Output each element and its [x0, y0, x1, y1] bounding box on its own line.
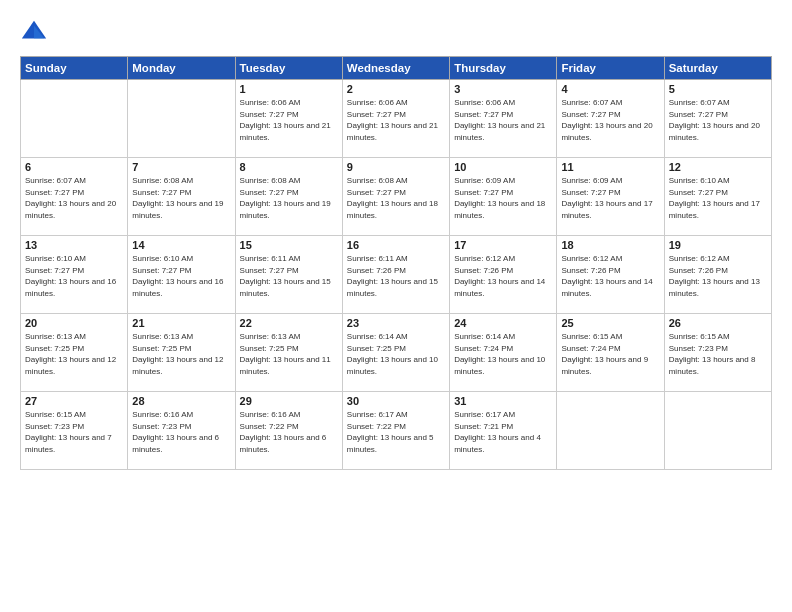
header-row: SundayMondayTuesdayWednesdayThursdayFrid… [21, 57, 772, 80]
day-info: Sunrise: 6:08 AM Sunset: 7:27 PM Dayligh… [347, 175, 445, 221]
day-info: Sunrise: 6:16 AM Sunset: 7:22 PM Dayligh… [240, 409, 338, 455]
calendar-cell: 20Sunrise: 6:13 AM Sunset: 7:25 PM Dayli… [21, 314, 128, 392]
calendar-cell: 19Sunrise: 6:12 AM Sunset: 7:26 PM Dayli… [664, 236, 771, 314]
page-header [20, 18, 772, 46]
week-row-1: 6Sunrise: 6:07 AM Sunset: 7:27 PM Daylig… [21, 158, 772, 236]
week-row-4: 27Sunrise: 6:15 AM Sunset: 7:23 PM Dayli… [21, 392, 772, 470]
calendar-cell: 3Sunrise: 6:06 AM Sunset: 7:27 PM Daylig… [450, 80, 557, 158]
calendar-cell: 16Sunrise: 6:11 AM Sunset: 7:26 PM Dayli… [342, 236, 449, 314]
calendar-cell: 11Sunrise: 6:09 AM Sunset: 7:27 PM Dayli… [557, 158, 664, 236]
day-info: Sunrise: 6:06 AM Sunset: 7:27 PM Dayligh… [454, 97, 552, 143]
week-row-3: 20Sunrise: 6:13 AM Sunset: 7:25 PM Dayli… [21, 314, 772, 392]
day-number: 28 [132, 395, 230, 407]
calendar-cell: 26Sunrise: 6:15 AM Sunset: 7:23 PM Dayli… [664, 314, 771, 392]
calendar-cell: 10Sunrise: 6:09 AM Sunset: 7:27 PM Dayli… [450, 158, 557, 236]
day-info: Sunrise: 6:13 AM Sunset: 7:25 PM Dayligh… [132, 331, 230, 377]
calendar-cell: 30Sunrise: 6:17 AM Sunset: 7:22 PM Dayli… [342, 392, 449, 470]
day-info: Sunrise: 6:16 AM Sunset: 7:23 PM Dayligh… [132, 409, 230, 455]
day-info: Sunrise: 6:11 AM Sunset: 7:27 PM Dayligh… [240, 253, 338, 299]
day-info: Sunrise: 6:08 AM Sunset: 7:27 PM Dayligh… [240, 175, 338, 221]
header-cell-saturday: Saturday [664, 57, 771, 80]
day-info: Sunrise: 6:09 AM Sunset: 7:27 PM Dayligh… [561, 175, 659, 221]
calendar-cell: 8Sunrise: 6:08 AM Sunset: 7:27 PM Daylig… [235, 158, 342, 236]
calendar-cell [128, 80, 235, 158]
day-number: 2 [347, 83, 445, 95]
calendar-cell: 25Sunrise: 6:15 AM Sunset: 7:24 PM Dayli… [557, 314, 664, 392]
day-info: Sunrise: 6:10 AM Sunset: 7:27 PM Dayligh… [132, 253, 230, 299]
day-number: 15 [240, 239, 338, 251]
calendar-cell: 6Sunrise: 6:07 AM Sunset: 7:27 PM Daylig… [21, 158, 128, 236]
calendar-cell: 23Sunrise: 6:14 AM Sunset: 7:25 PM Dayli… [342, 314, 449, 392]
day-info: Sunrise: 6:12 AM Sunset: 7:26 PM Dayligh… [669, 253, 767, 299]
day-number: 29 [240, 395, 338, 407]
day-number: 17 [454, 239, 552, 251]
day-number: 30 [347, 395, 445, 407]
day-number: 14 [132, 239, 230, 251]
calendar-cell: 15Sunrise: 6:11 AM Sunset: 7:27 PM Dayli… [235, 236, 342, 314]
day-number: 9 [347, 161, 445, 173]
calendar-cell: 28Sunrise: 6:16 AM Sunset: 7:23 PM Dayli… [128, 392, 235, 470]
day-number: 25 [561, 317, 659, 329]
header-cell-thursday: Thursday [450, 57, 557, 80]
week-row-2: 13Sunrise: 6:10 AM Sunset: 7:27 PM Dayli… [21, 236, 772, 314]
day-number: 24 [454, 317, 552, 329]
day-number: 23 [347, 317, 445, 329]
calendar-cell: 24Sunrise: 6:14 AM Sunset: 7:24 PM Dayli… [450, 314, 557, 392]
day-info: Sunrise: 6:08 AM Sunset: 7:27 PM Dayligh… [132, 175, 230, 221]
day-info: Sunrise: 6:07 AM Sunset: 7:27 PM Dayligh… [669, 97, 767, 143]
day-number: 5 [669, 83, 767, 95]
day-info: Sunrise: 6:10 AM Sunset: 7:27 PM Dayligh… [25, 253, 123, 299]
day-info: Sunrise: 6:14 AM Sunset: 7:24 PM Dayligh… [454, 331, 552, 377]
calendar-cell [664, 392, 771, 470]
day-info: Sunrise: 6:07 AM Sunset: 7:27 PM Dayligh… [561, 97, 659, 143]
day-info: Sunrise: 6:12 AM Sunset: 7:26 PM Dayligh… [561, 253, 659, 299]
calendar-table: SundayMondayTuesdayWednesdayThursdayFrid… [20, 56, 772, 470]
logo [20, 18, 52, 46]
week-row-0: 1Sunrise: 6:06 AM Sunset: 7:27 PM Daylig… [21, 80, 772, 158]
logo-icon [20, 18, 48, 46]
header-cell-monday: Monday [128, 57, 235, 80]
calendar-cell: 9Sunrise: 6:08 AM Sunset: 7:27 PM Daylig… [342, 158, 449, 236]
header-cell-tuesday: Tuesday [235, 57, 342, 80]
day-number: 16 [347, 239, 445, 251]
day-info: Sunrise: 6:12 AM Sunset: 7:26 PM Dayligh… [454, 253, 552, 299]
calendar-cell: 22Sunrise: 6:13 AM Sunset: 7:25 PM Dayli… [235, 314, 342, 392]
day-info: Sunrise: 6:14 AM Sunset: 7:25 PM Dayligh… [347, 331, 445, 377]
day-number: 21 [132, 317, 230, 329]
day-number: 4 [561, 83, 659, 95]
day-info: Sunrise: 6:06 AM Sunset: 7:27 PM Dayligh… [347, 97, 445, 143]
day-info: Sunrise: 6:17 AM Sunset: 7:21 PM Dayligh… [454, 409, 552, 455]
day-info: Sunrise: 6:15 AM Sunset: 7:24 PM Dayligh… [561, 331, 659, 377]
day-number: 3 [454, 83, 552, 95]
calendar-cell: 29Sunrise: 6:16 AM Sunset: 7:22 PM Dayli… [235, 392, 342, 470]
day-info: Sunrise: 6:15 AM Sunset: 7:23 PM Dayligh… [25, 409, 123, 455]
day-number: 26 [669, 317, 767, 329]
day-info: Sunrise: 6:15 AM Sunset: 7:23 PM Dayligh… [669, 331, 767, 377]
day-number: 13 [25, 239, 123, 251]
calendar-cell: 18Sunrise: 6:12 AM Sunset: 7:26 PM Dayli… [557, 236, 664, 314]
calendar-cell: 7Sunrise: 6:08 AM Sunset: 7:27 PM Daylig… [128, 158, 235, 236]
day-number: 31 [454, 395, 552, 407]
day-info: Sunrise: 6:06 AM Sunset: 7:27 PM Dayligh… [240, 97, 338, 143]
day-info: Sunrise: 6:17 AM Sunset: 7:22 PM Dayligh… [347, 409, 445, 455]
day-number: 20 [25, 317, 123, 329]
day-number: 1 [240, 83, 338, 95]
calendar-cell: 13Sunrise: 6:10 AM Sunset: 7:27 PM Dayli… [21, 236, 128, 314]
calendar-cell: 14Sunrise: 6:10 AM Sunset: 7:27 PM Dayli… [128, 236, 235, 314]
calendar-cell: 17Sunrise: 6:12 AM Sunset: 7:26 PM Dayli… [450, 236, 557, 314]
day-number: 11 [561, 161, 659, 173]
day-info: Sunrise: 6:13 AM Sunset: 7:25 PM Dayligh… [240, 331, 338, 377]
calendar-cell: 4Sunrise: 6:07 AM Sunset: 7:27 PM Daylig… [557, 80, 664, 158]
day-number: 18 [561, 239, 659, 251]
day-number: 27 [25, 395, 123, 407]
calendar-cell: 5Sunrise: 6:07 AM Sunset: 7:27 PM Daylig… [664, 80, 771, 158]
day-number: 22 [240, 317, 338, 329]
day-info: Sunrise: 6:10 AM Sunset: 7:27 PM Dayligh… [669, 175, 767, 221]
day-number: 8 [240, 161, 338, 173]
day-info: Sunrise: 6:11 AM Sunset: 7:26 PM Dayligh… [347, 253, 445, 299]
header-cell-wednesday: Wednesday [342, 57, 449, 80]
day-info: Sunrise: 6:09 AM Sunset: 7:27 PM Dayligh… [454, 175, 552, 221]
day-number: 6 [25, 161, 123, 173]
day-number: 12 [669, 161, 767, 173]
day-number: 7 [132, 161, 230, 173]
